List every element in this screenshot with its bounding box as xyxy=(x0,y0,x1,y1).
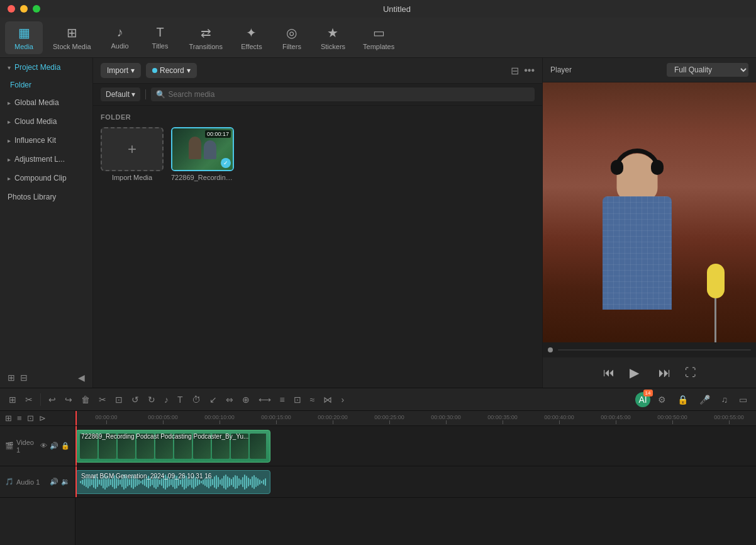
sidebar-item-photos-library[interactable]: Photos Library xyxy=(0,188,92,206)
text-tool-button[interactable]: T xyxy=(174,392,187,407)
list-view-button[interactable]: ≡ xyxy=(276,392,289,407)
toolbar-item-filters[interactable]: ◎ Filters xyxy=(273,21,311,54)
timeline-body: ⊞ ≡ ⊡ ⊳ 🎬 Video 1 👁 🔊 🔒 🎵 Audio 1 xyxy=(0,411,756,545)
split-button[interactable]: ⇔ xyxy=(222,392,237,407)
toolbar-item-audio[interactable]: ♪ Audio xyxy=(101,21,139,53)
audio-volume-icon[interactable]: 🔉 xyxy=(61,478,70,486)
sidebar-item-label: Global Media xyxy=(14,98,59,107)
more-options-icon[interactable]: ••• xyxy=(524,65,535,76)
list-item[interactable]: + Import Media xyxy=(101,127,164,181)
person xyxy=(574,141,700,342)
ruler-tick: 00:00:20:00 xyxy=(304,414,361,424)
sidebar-item-adjustment-l[interactable]: ▸ Adjustment L... xyxy=(0,150,92,169)
tick-line xyxy=(220,420,220,424)
sidebar-item-influence-kit[interactable]: ▸ Influence Kit xyxy=(0,131,92,150)
undo-button[interactable]: ↩ xyxy=(45,392,60,407)
wave-bar xyxy=(252,476,253,488)
wave-bar xyxy=(240,480,242,485)
rotate-right-button[interactable]: ↻ xyxy=(144,392,159,407)
filter-icon[interactable]: ⊟ xyxy=(511,65,519,77)
video-scene xyxy=(543,82,756,342)
wave-bar xyxy=(180,480,181,485)
video-mute-icon[interactable]: 👁 xyxy=(40,442,47,450)
minimize-button[interactable] xyxy=(20,5,28,13)
close-button[interactable] xyxy=(8,5,15,13)
search-input[interactable] xyxy=(168,90,530,99)
play-forward-button[interactable]: ⏭ xyxy=(655,362,675,383)
import-button[interactable]: Import ▾ xyxy=(101,63,141,78)
timeline-playhead[interactable] xyxy=(75,411,77,425)
player-progress-bar[interactable] xyxy=(543,342,756,357)
settings-icon[interactable]: ⚙ xyxy=(654,392,670,407)
rotate-left-button[interactable]: ↺ xyxy=(128,392,143,407)
timeline-tool-trim[interactable]: ✂ xyxy=(21,392,36,407)
lock-icon[interactable]: 🔒 xyxy=(674,392,692,407)
video-playhead-line xyxy=(75,426,77,466)
toolbar-item-effects[interactable]: ✦ Effects xyxy=(233,21,270,54)
toolbar-item-titles[interactable]: T Titles xyxy=(142,21,179,53)
collapse-sidebar-icon[interactable]: ◀ xyxy=(78,373,85,383)
keyframe-button[interactable]: ⋈ xyxy=(320,392,336,407)
snap-tool[interactable]: ⊞ xyxy=(4,412,13,424)
more-tools-button[interactable]: › xyxy=(337,392,348,407)
import-media-thumb[interactable]: + xyxy=(101,127,164,171)
toolbar-effects-label: Effects xyxy=(241,43,262,50)
toolbar-item-templates[interactable]: ▭ Templates xyxy=(355,21,402,54)
crop-button[interactable]: ⊡ xyxy=(111,392,126,407)
sidebar-item-global-media[interactable]: ▸ Global Media xyxy=(0,93,92,112)
tick-line xyxy=(446,420,447,424)
speed-button[interactable]: ⏱ xyxy=(188,392,204,407)
sidebar-item-cloud-media[interactable]: ▸ Cloud Media xyxy=(0,112,92,131)
video-lock-icon[interactable]: 🔒 xyxy=(61,442,70,450)
toolbar-item-media[interactable]: ▦ Media xyxy=(5,21,43,54)
maximize-button[interactable] xyxy=(33,5,40,13)
mic-stand xyxy=(714,298,716,342)
audio-clip[interactable]: Smart BGM Generation_2024_09_26 10 31 16 xyxy=(75,470,270,494)
stabilize-button[interactable]: ⊡ xyxy=(290,392,305,407)
toolbar-item-stock[interactable]: ⊞ Stock Media xyxy=(45,21,99,54)
wave-bar xyxy=(110,479,111,485)
step-back-button[interactable]: ⏮ xyxy=(603,366,614,379)
transition-button[interactable]: ⊕ xyxy=(238,392,253,407)
magnet-tool[interactable]: ⊡ xyxy=(26,412,35,424)
timeline-zoom-tool[interactable]: ⊳ xyxy=(38,412,47,424)
sort-label: Default xyxy=(106,90,130,99)
video-volume-icon[interactable]: 🔊 xyxy=(50,442,58,450)
ripple-tool[interactable]: ≡ xyxy=(16,412,23,424)
delete-button[interactable]: 🗑 xyxy=(77,392,94,407)
import-folder-icon[interactable]: ⊟ xyxy=(20,373,28,383)
record-button[interactable]: Record ▾ xyxy=(146,63,197,78)
toolbar-transitions-label: Transitions xyxy=(189,43,223,50)
audio-mute-icon[interactable]: 🔊 xyxy=(50,478,58,486)
caption-icon[interactable]: ▭ xyxy=(735,392,751,407)
toolbar-item-stickers[interactable]: ★ Stickers xyxy=(313,21,353,54)
video-clip[interactable]: 722869_Recording Podcast Podcasting Podc… xyxy=(75,430,270,463)
toolbar-item-transitions[interactable]: ⇄ Transitions xyxy=(182,21,230,54)
zoom-fit-button[interactable]: ↙ xyxy=(206,392,221,407)
microphone-icon[interactable]: 🎤 xyxy=(696,392,714,407)
video-thumb[interactable]: 00:00:17 ✓ xyxy=(171,127,234,171)
sidebar-item-compound-clip[interactable]: ▸ Compound Clip xyxy=(0,169,92,188)
templates-icon: ▭ xyxy=(373,25,385,40)
timeline-tool-select[interactable]: ⊞ xyxy=(5,392,20,407)
sort-dropdown[interactable]: Default ▾ xyxy=(101,87,140,101)
sidebar-item-project-media[interactable]: ▾ Project Media xyxy=(0,58,92,77)
cut-button[interactable]: ✂ xyxy=(95,392,110,407)
extend-button[interactable]: ⟷ xyxy=(255,392,275,407)
quality-dropdown[interactable]: Full Quality Half Quality Quarter Qualit… xyxy=(667,63,748,77)
wave-bar xyxy=(142,480,143,485)
effects-icon: ✦ xyxy=(246,25,257,40)
redo-button[interactable]: ↪ xyxy=(61,392,76,407)
stickers-icon: ★ xyxy=(327,25,338,40)
list-item[interactable]: 00:00:17 ✓ 722869_Recording P... xyxy=(171,127,234,181)
toolbar-templates-label: Templates xyxy=(363,43,394,50)
color-button[interactable]: ≈ xyxy=(306,392,319,407)
audio-tool-button[interactable]: ♪ xyxy=(160,392,172,407)
fullscreen-button[interactable]: ⛶ xyxy=(685,366,696,379)
music-icon[interactable]: ♫ xyxy=(718,392,732,407)
wave-bar xyxy=(246,476,247,488)
sidebar-item-folder[interactable]: Folder xyxy=(0,77,92,93)
wave-bar xyxy=(120,480,121,485)
play-button[interactable]: ▶ xyxy=(625,362,645,383)
new-folder-icon[interactable]: ⊞ xyxy=(8,373,15,383)
